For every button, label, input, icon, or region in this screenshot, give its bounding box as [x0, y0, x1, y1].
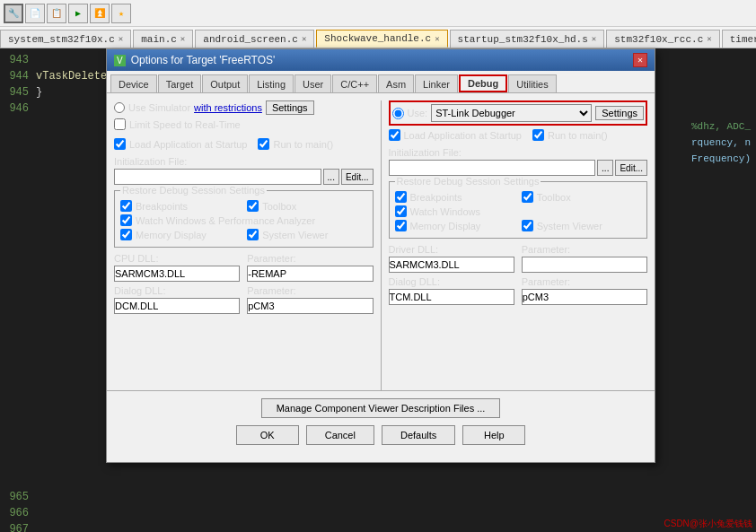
right-load-app-checkbox[interactable]: [389, 129, 400, 141]
right-init-browse-btn[interactable]: ...: [597, 160, 613, 176]
limit-speed-checkbox[interactable]: [114, 118, 126, 130]
left-dialog-param-input[interactable]: [247, 298, 373, 314]
left-memory-check[interactable]: [120, 229, 132, 240]
left-settings-button[interactable]: Settings: [266, 100, 314, 115]
dtab-listing[interactable]: Listing: [249, 74, 294, 92]
right-sysview-check[interactable]: [522, 220, 533, 231]
left-load-app-checkbox[interactable]: [114, 138, 126, 150]
left-run-main-label: Run to main(): [273, 139, 333, 150]
tab-label: timer.: [730, 34, 756, 45]
dtab-device[interactable]: Device: [110, 74, 157, 92]
toolbar-btn-5[interactable]: ★: [111, 4, 131, 23]
toolbar-btn-3[interactable]: ▶: [68, 4, 88, 23]
dtab-cpp[interactable]: C/C++: [332, 74, 377, 92]
right-toolbox-row: Toolbox: [522, 191, 641, 203]
left-run-main-checkbox[interactable]: [258, 138, 269, 150]
dtab-utilities[interactable]: Utilities: [508, 74, 556, 92]
dtab-debug[interactable]: Debug: [459, 74, 507, 92]
tab-close-icon[interactable]: ✕: [119, 34, 123, 44]
right-init-file: Initialization File: ... Edit...: [389, 147, 648, 176]
footer-buttons: OK Cancel Defaults Help: [114, 425, 647, 445]
tab-startup[interactable]: startup_stm32f10x_hd.s ✕: [450, 30, 605, 48]
toolbar-btn-4[interactable]: ⏫: [90, 4, 110, 23]
help-button[interactable]: Help: [462, 425, 525, 445]
dtab-linker[interactable]: Linker: [415, 74, 458, 92]
ok-button[interactable]: OK: [236, 425, 299, 445]
right-driver-param-label: Parameter:: [522, 244, 647, 255]
right-dialog-dll-input[interactable]: [389, 289, 514, 305]
left-dialog-dll-label: Dialog DLL:: [114, 285, 240, 296]
limit-speed-label: Limit Speed to Real-Time: [129, 119, 241, 130]
toolbar-btn-1[interactable]: 📄: [25, 4, 45, 23]
right-run-main-label: Run to main(): [548, 130, 608, 141]
left-dialog-dll-input[interactable]: [114, 298, 240, 314]
right-sysview-label: System Viewer: [537, 221, 602, 231]
left-cpu-dll-input[interactable]: [114, 266, 240, 282]
left-init-file-input[interactable]: [114, 169, 321, 185]
right-code-hint-2: rquency, n: [691, 135, 751, 151]
left-init-edit-btn[interactable]: Edit...: [341, 169, 374, 185]
left-toolbox-check[interactable]: [247, 200, 259, 212]
tab-timer[interactable]: timer. ✕: [722, 30, 756, 48]
right-dialog-param-label: Parameter:: [522, 276, 647, 287]
left-init-browse-btn[interactable]: ...: [323, 169, 339, 185]
dtab-asm[interactable]: Asm: [378, 74, 414, 92]
left-watch-check[interactable]: [120, 214, 132, 226]
right-memory-label: Memory Display: [410, 221, 481, 231]
right-init-file-input[interactable]: [389, 160, 596, 176]
use-radio[interactable]: [392, 108, 404, 119]
code-line-965: 965: [0, 489, 756, 505]
simulator-radio[interactable]: [114, 102, 125, 113]
right-driver-dll-input[interactable]: [389, 257, 514, 273]
tab-android[interactable]: android_screen.c ✕: [195, 30, 314, 48]
dialog-close-button[interactable]: ✕: [633, 53, 647, 67]
right-breakpoints-label: Breakpoints: [410, 192, 462, 203]
use-label: Use:: [408, 108, 428, 118]
with-restrictions-link[interactable]: with restrictions: [194, 102, 262, 113]
right-toolbox-check[interactable]: [522, 191, 533, 203]
tab-close-icon[interactable]: ✕: [707, 34, 711, 44]
defaults-button[interactable]: Defaults: [382, 425, 455, 445]
left-sysview-row: System Viewer: [247, 229, 366, 240]
right-load-row: Load Application at Startup Run to main(…: [389, 129, 648, 144]
tab-label: system_stm32f10x.c: [8, 34, 115, 45]
manage-component-button[interactable]: Manage Component Viewer Description File…: [261, 398, 501, 418]
dtab-user[interactable]: User: [294, 74, 331, 92]
left-init-label: Initialization File:: [114, 156, 374, 167]
right-dialog-param-input[interactable]: [522, 289, 647, 305]
left-sysview-check[interactable]: [247, 229, 259, 240]
tab-close-icon[interactable]: ✕: [435, 34, 439, 44]
right-watch-check[interactable]: [395, 205, 407, 217]
right-breakpoints-check[interactable]: [395, 191, 407, 203]
right-run-main-checkbox[interactable]: [532, 129, 544, 141]
tab-shockwave[interactable]: Shockwave_handle.c ✕: [316, 30, 447, 48]
dtab-output[interactable]: Output: [202, 74, 248, 92]
tab-main[interactable]: main.c ✕: [133, 30, 193, 48]
right-init-edit-btn[interactable]: Edit...: [615, 160, 647, 176]
debugger-select[interactable]: ST-Link Debugger: [431, 104, 592, 122]
left-sysview-label: System Viewer: [262, 230, 328, 240]
toolbar-btn-2[interactable]: 📋: [47, 4, 66, 23]
left-cpu-dll-label: CPU DLL:: [114, 253, 240, 264]
right-toolbox-label: Toolbox: [537, 192, 571, 203]
tab-close-icon[interactable]: ✕: [302, 34, 306, 44]
tab-system-stm32[interactable]: system_stm32f10x.c ✕: [0, 30, 131, 48]
dialog-titlebar: V Options for Target 'FreeRTOS' ✕: [107, 49, 655, 71]
right-settings-button[interactable]: Settings: [595, 106, 644, 120]
dialog: V Options for Target 'FreeRTOS' ✕ Device…: [106, 48, 655, 463]
tab-rcc[interactable]: stm32f10x_rcc.c ✕: [606, 30, 719, 48]
tab-close-icon[interactable]: ✕: [592, 34, 596, 44]
left-breakpoints-check[interactable]: [120, 200, 132, 212]
dialog-title: V Options for Target 'FreeRTOS': [114, 54, 275, 66]
left-cpu-param-input[interactable]: [247, 266, 373, 282]
toolbar-btn-0[interactable]: 🔧: [4, 4, 23, 23]
tab-close-icon[interactable]: ✕: [180, 34, 185, 44]
right-sysview-row: System Viewer: [522, 220, 641, 231]
left-memory-label: Memory Display: [136, 230, 207, 240]
right-restore-title: Restore Debug Session Settings: [395, 176, 541, 187]
dtab-target[interactable]: Target: [158, 74, 202, 92]
right-memory-check[interactable]: [395, 220, 407, 231]
cancel-button[interactable]: Cancel: [306, 425, 374, 445]
right-memory-row: Memory Display: [395, 220, 514, 231]
right-driver-param-input[interactable]: [522, 257, 647, 273]
